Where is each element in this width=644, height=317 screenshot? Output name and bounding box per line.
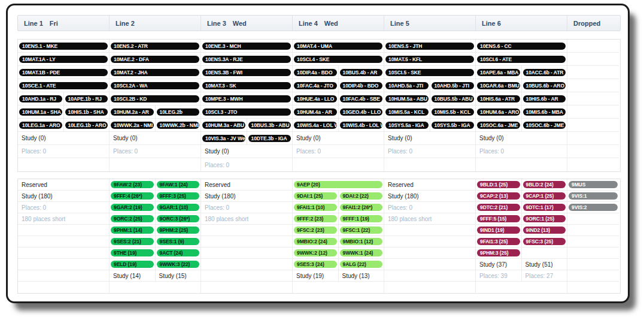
class-pill[interactable]: 10HIS.6b - AR [523,95,566,102]
class-pill[interactable]: 9IND1 (19) [477,227,520,234]
class-pill[interactable]: 9ORC:2 (25) [111,215,154,222]
class-pill[interactable]: 10HUM.6a - ARO [477,108,520,116]
class-pill[interactable]: 10SOC.6b - JME [523,122,566,129]
class-pill[interactable]: 10ENS.1 - MKE [19,43,108,50]
class-pill[interactable]: 10ACC.6b - ATR [523,69,566,76]
class-pill[interactable]: 9FFF:4 (26*) [111,192,154,200]
class-pill[interactable]: 10WIS.4b - LOL Wed [340,122,383,129]
class-pill[interactable]: 9ORC:3 (26*) [157,215,200,222]
class-pill[interactable]: 9GAR:2 (19) [111,204,154,211]
class-pill[interactable]: 10SCI.5 - SKE [385,69,474,76]
class-pill[interactable]: 10MAE.2 - DFA [111,56,199,63]
class-pill[interactable]: 10ENS.3A - RJE [202,56,291,63]
class-pill[interactable]: 9WWK:2 (12) [294,249,337,256]
class-pill[interactable]: 9ALG (22) [340,261,383,268]
class-pill[interactable]: 9MBIO:2 (24) [294,238,337,245]
class-pill[interactable]: 9ORC:1 (25) [523,215,566,222]
class-pill[interactable]: 9FAW:2 (23) [111,181,154,188]
class-pill[interactable]: 10HUM.5a - ABU [385,95,429,102]
class-pill[interactable]: 10AHD.5b - JTI [432,82,475,89]
class-pill[interactable]: 10LEG.1b - ARO [65,122,108,129]
class-pill[interactable]: 9ELD (19) [111,261,154,268]
class-pill[interactable]: 10WWK.2b - NMI [157,122,200,129]
class-pill[interactable]: 9FAW:1 (24) [157,181,200,188]
class-pill[interactable]: 10SCI.2B - KD [111,95,199,102]
class-pill[interactable]: 9SES:2 (21) [111,238,154,245]
class-pill[interactable]: 10ENS.2 - ATR [111,43,199,50]
class-pill[interactable]: 10MAT.2 - JHA [111,69,199,76]
class-pill[interactable]: 9WWK:1 (24) [340,249,383,256]
class-pill[interactable]: 10LEG.2b [157,108,200,116]
class-pill[interactable]: 10MAT.4 - UMA [294,43,382,50]
class-pill[interactable]: 9FFF:2 (23) [294,215,337,222]
class-pill[interactable]: 10HUE.4a - LLO [294,95,337,102]
class-pill[interactable]: 9DAI:1 (25) [294,192,337,200]
column-header-line-1[interactable]: Line 1Fri [18,16,110,31]
class-pill[interactable]: 10WWK.2a - NMI [111,122,154,129]
class-pill[interactable]: 10SOC.6a - JME [477,122,520,129]
class-pill[interactable]: 10APE.1b - RJ [65,95,108,102]
class-pill[interactable]: 9PHM:2 (25) [157,227,200,234]
class-pill[interactable]: 10BUS.5b - ABU [432,95,475,102]
class-pill[interactable]: 10ENE.3 - MCH [202,43,291,50]
class-pill[interactable]: 9PHM:3 (25) [477,249,520,256]
class-pill[interactable]: 10AHD.1a - RJ [19,95,62,102]
class-pill[interactable]: 10FAC.4a - JTO [294,82,337,89]
class-pill[interactable]: 9MUS [569,181,618,188]
class-pill[interactable]: 9SES:1 (9) [157,238,200,245]
class-pill[interactable]: 10DTE.3b - IGA [248,135,291,142]
class-pill[interactable]: 10ENS.6 - CC [477,43,566,50]
class-pill[interactable]: 10MPE.3 - MWH [202,95,291,102]
class-pill[interactable]: 10MIS.6b - MBA [523,108,566,116]
class-pill[interactable]: 9DAI:2 (22) [340,192,383,200]
class-pill[interactable]: 9FSC:3 (25) [523,238,566,245]
class-pill[interactable]: 10AHD.5a - JTI [385,82,429,89]
class-pill[interactable]: 10MAT.1B - PDE [19,69,108,76]
column-header-line-3[interactable]: Line 3Wed [201,16,293,31]
class-pill[interactable]: 9DTC:1 (17) [523,204,566,211]
class-pill[interactable]: 9FFF:3 (25) [157,192,200,200]
class-pill[interactable]: 10LEG.1a - ARO [19,122,62,129]
class-pill[interactable]: 9VIS:2 [569,204,618,211]
class-pill[interactable]: 9DTC:2 (21) [477,204,520,211]
class-pill[interactable]: 9FAI1:1 (10) [294,204,337,211]
class-pill[interactable]: 10DIP.4a - BDO [294,69,337,76]
class-pill[interactable]: 9FSC:1 (22) [340,227,383,234]
class-pill[interactable]: 9WWK:3 (22) [157,261,200,268]
class-pill[interactable]: 10MAT.1A - LY [19,56,108,63]
class-pill[interactable]: 10DIP.4b - BDO [340,82,383,89]
class-pill[interactable]: 9AEP (20) [294,181,382,188]
class-pill[interactable]: 10HUM.3a - ABU [202,122,245,129]
column-header-dropped[interactable]: Dropped [567,16,620,31]
class-pill[interactable]: 9BLD:2 (24) [523,181,566,188]
class-pill[interactable]: 10SYS.5a - IGA [385,122,429,129]
class-pill[interactable]: 9FFF:5 (15) [477,215,520,222]
class-pill[interactable]: 9FAI1:3 (25) [477,238,520,245]
class-pill[interactable]: 9ACT (24) [157,249,200,256]
class-pill[interactable]: 10MAT.5 - KFL [385,56,474,63]
class-pill[interactable]: 9THE (19) [111,249,154,256]
class-pill[interactable]: 10HIS.1b - SHA [65,108,108,116]
class-pill[interactable]: 9CAP:2 (13) [477,192,520,200]
class-pill[interactable]: 10HUM.4a - AR [294,108,337,116]
class-pill[interactable]: 9FFF:1 (19) [340,215,383,222]
class-pill[interactable]: 10SCI.2A - WA [111,82,199,89]
class-pill[interactable]: 10SCI.4 - SKE [294,56,382,63]
class-pill[interactable]: 9BLD:1 (25) [477,181,520,188]
column-header-line-6[interactable]: Line 6 [476,16,567,31]
class-pill[interactable]: 10VIS.3a - JV Wed [202,135,245,142]
column-header-line-2[interactable]: Line 2 [110,16,201,31]
class-pill[interactable]: 9VIS:1 [569,192,618,200]
class-pill[interactable]: 10BUS.6b - ARO [523,82,566,89]
class-pill[interactable]: 10BUS.4b - AR [340,69,383,76]
class-pill[interactable]: 10MIS.5b - KCL [432,108,475,116]
class-pill[interactable]: 10HUM.2a - AR [111,108,154,116]
class-pill[interactable]: 10HIS.6a - ATR [477,95,520,102]
class-pill[interactable]: 10HUM.1a - SHA [19,108,62,116]
class-pill[interactable]: 10SYS.5b - IGA [432,122,475,129]
class-pill[interactable]: 10BUS.3b - ABU [248,122,291,129]
class-pill[interactable]: 9IND2 (13) [523,227,566,234]
class-pill[interactable]: 10SCI.3 - JTO [202,108,291,116]
class-pill[interactable]: 10SCE.1 - ATE [19,82,108,89]
class-pill[interactable]: 9MBIO:1 (12) [340,238,383,245]
